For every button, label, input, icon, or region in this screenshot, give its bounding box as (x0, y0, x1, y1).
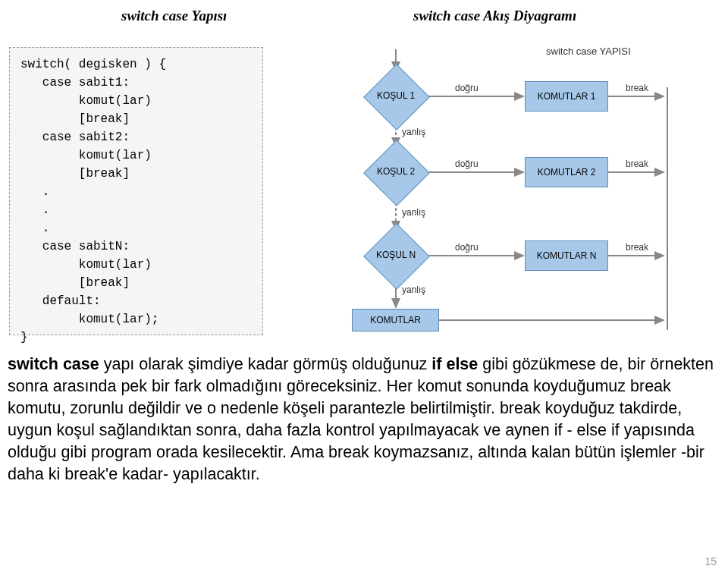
true-label-1: doğru (455, 83, 479, 93)
break-label-2: break (626, 159, 648, 169)
break-label-1: break (626, 83, 648, 93)
false-label-1: yanlış (402, 127, 425, 137)
heading-left: switch case Yapısı (121, 8, 227, 24)
code-content: switch( degisken ) { case sabit1: komut(… (20, 55, 252, 347)
bold-if-else: if else (431, 355, 478, 373)
commands-box-n: KOMUTLAR N (525, 240, 608, 271)
condition-label-1: KOŞUL 1 (366, 90, 426, 101)
page-number: 15 (704, 555, 717, 567)
default-commands-box: KOMUTLAR (352, 309, 439, 332)
para-text-2: gibi gözükmese de, bir örnekten sonra ar… (8, 355, 714, 483)
false-label-n: yanlış (402, 284, 425, 295)
commands-box-2: KOMUTLAR 2 (525, 157, 608, 187)
code-box: switch( degisken ) { case sabit1: komut(… (9, 47, 263, 335)
bold-switch-case: switch case (8, 355, 99, 373)
commands-box-1: KOMUTLAR 1 (525, 81, 608, 112)
heading-right: switch case Akış Diyagramı (413, 8, 576, 24)
condition-label-2: KOŞUL 2 (366, 166, 426, 177)
true-label-n: doğru (455, 242, 479, 253)
condition-label-n: KOŞUL N (366, 250, 426, 260)
true-label-2: doğru (455, 159, 479, 169)
false-label-2: yanlış (402, 207, 425, 218)
break-label-n: break (626, 242, 648, 253)
body-paragraph: switch case yapı olarak şimdiye kadar gö… (8, 354, 717, 486)
flowchart-diagram: switch case YAPISI KOŞUL 1 doğru KOMUTLA… (326, 42, 720, 349)
para-text-1: yapı olarak şimdiye kadar görmüş olduğun… (99, 355, 432, 373)
